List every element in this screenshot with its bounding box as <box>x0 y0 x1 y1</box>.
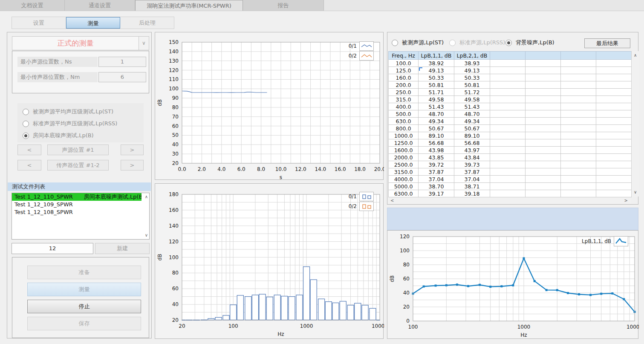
table-cell[interactable]: 37.04 <box>454 176 490 183</box>
table-cell[interactable] <box>526 154 561 161</box>
table-cell[interactable]: 1000.0 <box>389 132 419 139</box>
table-cell[interactable] <box>490 183 526 190</box>
table-cell[interactable]: 49.13 <box>419 67 454 74</box>
table-cell[interactable] <box>596 132 632 139</box>
table-cell[interactable] <box>490 74 526 81</box>
table-cell[interactable] <box>526 139 561 147</box>
radio-icon[interactable] <box>23 133 29 139</box>
table-cell[interactable]: 2500.0 <box>389 161 419 168</box>
table-cell[interactable] <box>490 96 526 103</box>
table-cell[interactable]: 630.0 <box>389 118 419 125</box>
table-cell[interactable] <box>561 103 596 110</box>
table-cell[interactable]: 51.72 <box>454 89 490 96</box>
table-cell[interactable]: 5000.0 <box>389 183 419 190</box>
radio-icon[interactable] <box>392 40 398 46</box>
chevron-down-icon[interactable]: ∨ <box>139 36 149 50</box>
save-button[interactable]: 保存 <box>27 317 141 330</box>
source-position-next-button[interactable]: > <box>121 145 144 155</box>
scroll-left-icon[interactable]: < <box>390 199 394 203</box>
table-cell[interactable] <box>596 139 632 147</box>
table-cell[interactable]: 56.68 <box>419 139 454 147</box>
table-cell[interactable]: 37.87 <box>419 168 454 176</box>
table-cell[interactable]: 50.81 <box>419 81 454 89</box>
table-cell[interactable] <box>526 81 561 89</box>
table-cell[interactable] <box>596 67 632 74</box>
table-cell[interactable]: 38.93 <box>454 60 490 67</box>
table-cell[interactable] <box>561 89 596 96</box>
table-cell[interactable]: 500.0 <box>389 110 419 118</box>
table-cell[interactable]: 1250.0 <box>389 139 419 147</box>
table-cell[interactable]: 50.33 <box>419 74 454 81</box>
table-cell[interactable] <box>526 125 561 132</box>
table-cell[interactable]: 50.33 <box>454 74 490 81</box>
table-cell[interactable] <box>526 190 561 197</box>
table-cell[interactable] <box>561 74 596 81</box>
table-cell[interactable] <box>561 110 596 118</box>
table-cell[interactable] <box>490 81 526 89</box>
stop-button[interactable]: 停止 <box>27 300 141 313</box>
table-cell[interactable] <box>526 132 561 139</box>
last-result-button[interactable]: 最后结果 <box>584 38 630 48</box>
new-file-button[interactable]: 新建 <box>95 243 150 254</box>
result-radio-lp-st[interactable]: 被测声源,Lp(ST) <box>392 38 444 47</box>
table-cell[interactable] <box>596 190 632 197</box>
table-cell[interactable]: 49.13 <box>454 67 490 74</box>
table-cell[interactable] <box>561 96 596 103</box>
table-cell[interactable] <box>526 110 561 118</box>
table-cell[interactable] <box>490 60 526 67</box>
table-cell[interactable]: 38.92 <box>419 60 454 67</box>
table-cell[interactable] <box>490 125 526 132</box>
table-cell[interactable] <box>596 74 632 81</box>
mic-position-prev-button[interactable]: < <box>17 160 41 171</box>
table-cell[interactable] <box>490 168 526 176</box>
subtab-measure[interactable]: 测量 <box>66 17 121 29</box>
table-cell[interactable] <box>490 190 526 197</box>
table-cell[interactable]: 1600.0 <box>389 147 419 154</box>
table-cell[interactable] <box>596 118 632 125</box>
table-cell[interactable] <box>561 81 596 89</box>
mic-position-button[interactable]: 传声器位置 #1-2 <box>47 160 109 171</box>
tab-report[interactable]: 报告 <box>243 0 324 11</box>
table-cell[interactable]: 39.72 <box>419 161 454 168</box>
table-cell[interactable] <box>561 168 596 176</box>
table-cell[interactable] <box>490 118 526 125</box>
scroll-right-icon[interactable]: > <box>624 199 628 203</box>
table-cell[interactable] <box>561 183 596 190</box>
table-cell[interactable] <box>596 161 632 168</box>
table-cell[interactable]: 37.04 <box>419 176 454 183</box>
prepare-button[interactable]: 准备 <box>27 266 141 279</box>
file-count-button[interactable]: 12 <box>12 243 93 254</box>
radio-lp-b[interactable]: 房间本底噪声测试,Lp(B) <box>23 131 94 140</box>
table-cell[interactable] <box>561 161 596 168</box>
table-cell[interactable]: 43.84 <box>454 154 490 161</box>
table-cell[interactable] <box>490 139 526 147</box>
table-cell[interactable]: 49.34 <box>454 118 490 125</box>
table-cell[interactable]: 2000.0 <box>389 154 419 161</box>
table-cell[interactable] <box>490 176 526 183</box>
source-position-prev-button[interactable]: < <box>17 145 41 155</box>
table-cell[interactable] <box>490 89 526 96</box>
table-cell[interactable]: 250.0 <box>389 89 419 96</box>
table-cell[interactable]: 43.85 <box>419 154 454 161</box>
table-cell[interactable]: 39.17 <box>419 190 454 197</box>
test-file-list[interactable]: Test 1_12_110_SPWR房间本底噪声测试,Lp(B) Test 1_… <box>12 193 150 240</box>
table-cell[interactable]: 51.43 <box>419 103 454 110</box>
radio-icon[interactable] <box>23 121 29 127</box>
table-cell[interactable]: 160.0 <box>389 74 419 81</box>
table-cell[interactable] <box>596 147 632 154</box>
table-cell[interactable] <box>526 118 561 125</box>
result-radio-lp-b[interactable]: 背景噪声,Lp(B) <box>505 38 554 47</box>
table-cell[interactable]: 51.43 <box>454 103 490 110</box>
table-cell[interactable] <box>561 125 596 132</box>
table-cell[interactable] <box>490 161 526 168</box>
table-cell[interactable]: 43.97 <box>454 147 490 154</box>
table-cell[interactable]: 49.34 <box>419 118 454 125</box>
table-cell[interactable]: 37.87 <box>454 168 490 176</box>
table-cell[interactable] <box>596 89 632 96</box>
scroll-down-icon[interactable]: ∨ <box>145 233 148 237</box>
source-position-button[interactable]: 声源位置 #1 <box>47 145 109 155</box>
table-cell[interactable] <box>561 67 596 74</box>
measure-button[interactable]: 测量 <box>27 283 141 296</box>
table-cell[interactable]: 89.10 <box>454 132 490 139</box>
table-cell[interactable] <box>596 81 632 89</box>
